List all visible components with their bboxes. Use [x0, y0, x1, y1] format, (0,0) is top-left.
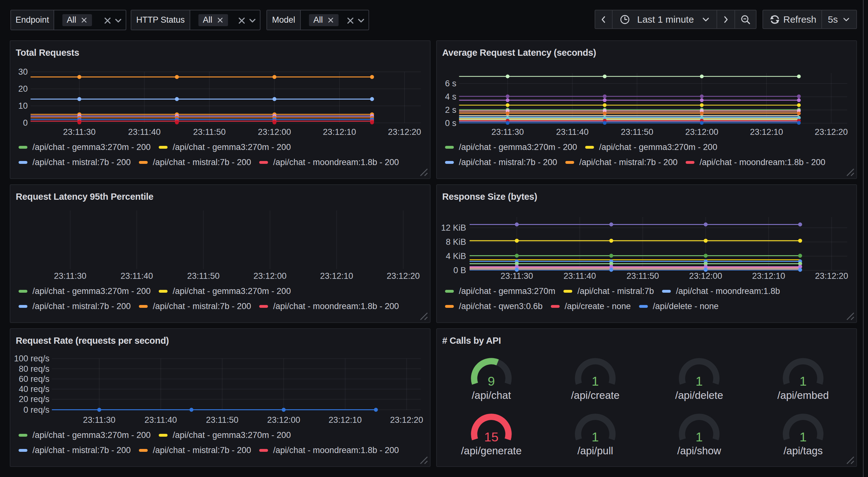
- svg-text:23:11:50: 23:11:50: [626, 271, 659, 281]
- svg-text:20: 20: [18, 84, 28, 94]
- svg-text:10: 10: [18, 101, 28, 111]
- svg-text:23:11:30: 23:11:30: [491, 127, 524, 137]
- svg-text:23:12:10: 23:12:10: [329, 415, 362, 425]
- svg-text:23:11:50: 23:11:50: [621, 127, 653, 137]
- svg-text:/api/chat: /api/chat: [472, 389, 511, 401]
- svg-text:/api/delete: /api/delete: [675, 389, 723, 401]
- svg-text:23:12:00: 23:12:00: [685, 127, 718, 137]
- svg-text:23:11:50: 23:11:50: [187, 271, 219, 281]
- svg-text:1: 1: [800, 430, 807, 444]
- svg-text:/api/pull: /api/pull: [577, 445, 613, 456]
- svg-text:20 req/s: 20 req/s: [19, 394, 50, 404]
- svg-text:0: 0: [23, 118, 28, 128]
- svg-text:4 s: 4 s: [445, 92, 456, 101]
- svg-text:23:11:40: 23:11:40: [128, 127, 161, 137]
- svg-text:1: 1: [592, 430, 599, 444]
- svg-text:23:12:00: 23:12:00: [689, 271, 722, 281]
- svg-text:23:12:10: 23:12:10: [320, 271, 353, 281]
- svg-text:40 req/s: 40 req/s: [19, 384, 50, 394]
- svg-text:23:11:50: 23:11:50: [193, 127, 225, 137]
- svg-text:23:11:30: 23:11:30: [500, 271, 533, 281]
- svg-text:15: 15: [484, 430, 499, 444]
- svg-text:23:11:40: 23:11:40: [556, 127, 589, 137]
- svg-text:0 B: 0 B: [453, 266, 466, 275]
- svg-text:6 s: 6 s: [445, 79, 456, 88]
- svg-text:23:11:40: 23:11:40: [121, 271, 153, 281]
- svg-text:23:11:30: 23:11:30: [83, 415, 116, 425]
- svg-text:30: 30: [18, 67, 28, 77]
- svg-text:23:12:00: 23:12:00: [258, 127, 291, 137]
- svg-text:1: 1: [800, 374, 807, 388]
- svg-text:23:12:20: 23:12:20: [388, 127, 421, 137]
- svg-text:/api/generate: /api/generate: [461, 445, 522, 456]
- svg-text:80 req/s: 80 req/s: [19, 364, 50, 374]
- svg-text:23:12:20: 23:12:20: [815, 271, 848, 281]
- svg-text:60 req/s: 60 req/s: [19, 374, 50, 384]
- svg-text:/api/embed: /api/embed: [777, 389, 829, 401]
- svg-text:23:11:30: 23:11:30: [54, 271, 86, 281]
- svg-text:9: 9: [488, 374, 495, 388]
- svg-text:23:12:20: 23:12:20: [387, 271, 420, 281]
- svg-text:23:12:10: 23:12:10: [752, 271, 785, 281]
- svg-text:23:12:10: 23:12:10: [750, 127, 783, 137]
- svg-text:/api/tags: /api/tags: [784, 445, 823, 456]
- svg-text:1: 1: [696, 374, 703, 388]
- svg-text:23:11:40: 23:11:40: [563, 271, 596, 281]
- svg-text:23:11:40: 23:11:40: [145, 415, 177, 425]
- svg-text:23:12:00: 23:12:00: [253, 271, 287, 281]
- svg-text:1: 1: [592, 374, 599, 388]
- svg-text:4 KiB: 4 KiB: [446, 251, 466, 261]
- svg-text:8 KiB: 8 KiB: [446, 237, 466, 247]
- svg-text:0 req/s: 0 req/s: [23, 405, 50, 415]
- svg-text:2 s: 2 s: [445, 105, 456, 115]
- svg-text:1: 1: [696, 430, 703, 444]
- svg-text:23:12:00: 23:12:00: [267, 415, 300, 425]
- svg-text:100 req/s: 100 req/s: [14, 354, 50, 363]
- svg-text:23:12:20: 23:12:20: [815, 127, 848, 137]
- svg-text:/api/show: /api/show: [677, 445, 721, 456]
- svg-text:23:12:10: 23:12:10: [323, 127, 356, 137]
- svg-text:23:11:30: 23:11:30: [63, 127, 95, 137]
- svg-text:0 s: 0 s: [445, 118, 456, 128]
- svg-text:/api/create: /api/create: [571, 389, 620, 401]
- svg-text:12 KiB: 12 KiB: [441, 223, 466, 233]
- svg-text:23:12:20: 23:12:20: [390, 415, 423, 425]
- svg-text:23:11:50: 23:11:50: [206, 415, 239, 425]
